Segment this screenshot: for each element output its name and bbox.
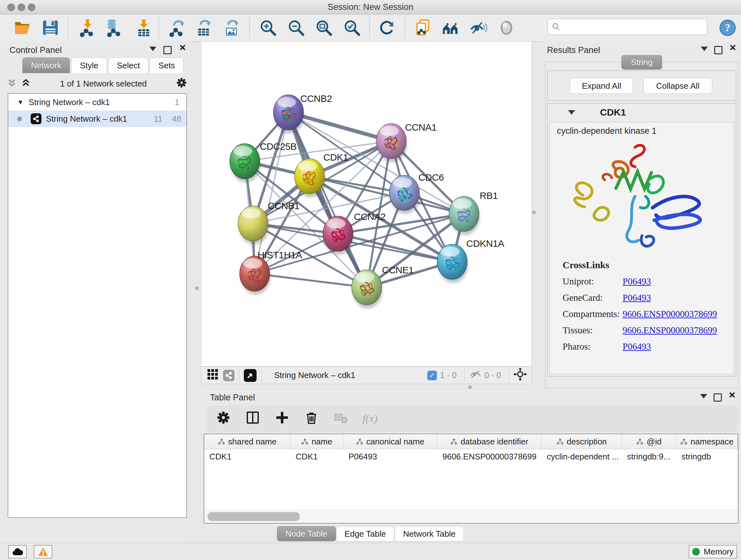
add-column-icon[interactable] (274, 410, 290, 428)
crosslink-row: GeneCard:P06493 (562, 293, 717, 303)
results-panel-maximize-button[interactable] (714, 46, 723, 54)
node-CCNB2[interactable]: CCNB2 (273, 93, 332, 133)
show-all-icon[interactable] (496, 17, 517, 38)
table-cell[interactable]: cyclin-dependent ... (542, 449, 622, 464)
import-network-icon[interactable] (77, 17, 97, 38)
crosslink-link[interactable]: 9606.ENSP00000378699 (623, 309, 717, 319)
table-cell[interactable]: stringdb (676, 449, 738, 464)
cloud-status-button[interactable] (8, 545, 27, 558)
table-cell[interactable]: CDK1 (204, 449, 290, 464)
search-box[interactable] (548, 19, 707, 35)
network-view-row[interactable]: String Network – cdk1 11 48 (8, 111, 186, 127)
section-expander-icon[interactable] (568, 110, 575, 115)
column-header-shared-name[interactable]: shared name (204, 434, 290, 449)
column-header-description[interactable]: description (542, 434, 622, 449)
horizontal-splitter-handle[interactable] (468, 385, 472, 389)
neighborhood-houses-icon[interactable] (441, 17, 461, 38)
expand-all-button[interactable]: Expand All (570, 78, 633, 94)
tab-select[interactable]: Select (108, 57, 148, 73)
control-panel-close-button[interactable]: × (179, 44, 186, 51)
network-collection-row[interactable]: ▼ String Network – cdk1 1 (8, 94, 186, 111)
table-panel-close-button[interactable]: × (729, 391, 735, 398)
tab-network[interactable]: Network (22, 57, 70, 73)
crosslink-link[interactable]: P06493 (623, 341, 651, 352)
tab-edge-table[interactable]: Edge Table (336, 526, 395, 542)
network-view-label: String Network – cdk1 (46, 114, 154, 124)
column-type-icon (218, 438, 225, 445)
warning-status-button[interactable] (34, 545, 52, 558)
table-cell[interactable]: stringdb:9... (622, 449, 677, 464)
left-splitter-handle[interactable] (195, 287, 199, 290)
table-cell-value: stringdb (681, 452, 711, 462)
import-table-icon[interactable] (133, 17, 153, 38)
crosslink-link[interactable]: P06493 (623, 276, 651, 287)
export-network-icon[interactable] (167, 17, 187, 38)
table-cell[interactable]: P06493 (343, 449, 437, 464)
show-columns-icon[interactable] (245, 410, 260, 428)
zoom-fit-icon[interactable] (314, 17, 334, 38)
save-session-icon[interactable] (40, 17, 61, 38)
table-panel-float-button[interactable] (700, 394, 707, 398)
column-header-canonical-name[interactable]: canonical name (343, 434, 437, 449)
zoom-selected-icon[interactable] (342, 17, 362, 38)
tab-sets[interactable]: Sets (150, 57, 184, 73)
zoom-out-icon[interactable] (286, 17, 307, 38)
node-CCNE1[interactable]: CCNE1 (352, 265, 414, 308)
fit-content-crosshair-icon[interactable] (514, 368, 527, 383)
selected-nodes-checkbox-icon[interactable]: ✓ (427, 371, 437, 380)
export-image-icon[interactable] (221, 17, 242, 38)
network-list-toolbar: 1 of 1 Network selected (8, 75, 188, 92)
table-row[interactable]: CDK1CDK1P064939606.ENSP00000378699cyclin… (204, 449, 738, 464)
crosslink-row: Pharos:P06493 (562, 341, 717, 352)
column-header-database-identifier[interactable]: database identifier (437, 434, 542, 449)
node-CCNB1[interactable]: CCNB1 (238, 200, 299, 245)
crosslink-link[interactable]: 9606.ENSP00000378699 (623, 325, 717, 335)
edge-CCNE1-HIST1H1A[interactable] (255, 273, 367, 287)
collection-expander-icon[interactable]: ▼ (17, 99, 23, 106)
control-panel-float-button[interactable] (149, 47, 156, 51)
table-cell[interactable]: CDK1 (290, 449, 343, 464)
right-splitter-handle[interactable] (532, 210, 536, 214)
zoom-in-icon[interactable] (258, 17, 278, 38)
hide-selected-icon[interactable] (468, 17, 488, 38)
grid-view-icon[interactable] (206, 368, 219, 382)
table-horizontal-scrollbar[interactable] (204, 510, 738, 523)
tab-style[interactable]: Style (71, 57, 107, 73)
table-panel-maximize-button[interactable] (714, 393, 722, 401)
delete-column-icon[interactable] (304, 410, 319, 428)
birdseye-view-icon[interactable] (244, 369, 257, 382)
tab-network-table[interactable]: Network Table (394, 526, 464, 542)
search-input[interactable] (561, 22, 703, 32)
column-header--id[interactable]: @id (622, 434, 677, 449)
network-view-share-icon[interactable] (223, 370, 234, 381)
results-panel-float-button[interactable] (701, 47, 708, 51)
expand-all-chevron-icon[interactable] (22, 78, 31, 90)
help-icon[interactable]: ? (718, 17, 738, 38)
node-CDKN1A[interactable]: CDKN1A (437, 238, 504, 283)
refresh-icon[interactable] (377, 17, 397, 38)
crosslink-link[interactable]: P06493 (623, 293, 651, 303)
control-panel-maximize-button[interactable] (163, 46, 172, 54)
results-panel-close-button[interactable]: × (730, 44, 736, 51)
column-header-name[interactable]: name (290, 434, 343, 449)
hidden-eye-icon[interactable] (469, 369, 481, 381)
column-header-namespace[interactable]: namespace (676, 434, 738, 449)
tab-string[interactable]: String (621, 55, 662, 70)
network-canvas[interactable]: CCNB2CCNA1CDC25BCDK1CDC6RB1CCNB1CCNA2CDK… (201, 42, 532, 367)
collapse-all-button[interactable]: Collapse All (643, 78, 712, 94)
memory-button[interactable]: Memory (689, 545, 737, 558)
export-table-icon[interactable] (193, 17, 214, 38)
open-session-icon[interactable] (12, 17, 32, 38)
node-RB1[interactable]: RB1 (449, 190, 498, 235)
node-HIST1H1A[interactable]: HIST1H1A (240, 250, 302, 295)
tab-node-table[interactable]: Node Table (277, 526, 336, 542)
table-cell[interactable]: 9606.ENSP00000378699 (437, 449, 542, 464)
import-network-from-database-icon[interactable] (103, 17, 124, 38)
table-cell-value: CDK1 (209, 452, 231, 462)
collapse-all-chevron-icon[interactable] (8, 78, 17, 90)
protein-section-header[interactable]: CDK1 (548, 104, 736, 121)
table-options-gear-icon[interactable] (216, 410, 231, 428)
clone-network-icon[interactable] (413, 17, 433, 38)
network-options-gear-icon[interactable] (176, 77, 188, 91)
scrollbar-thumb[interactable] (207, 512, 300, 521)
